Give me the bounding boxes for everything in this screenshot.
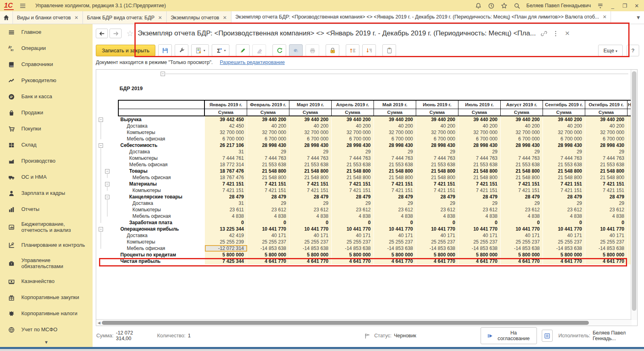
value-cell[interactable]: 10 441 770 [543, 226, 585, 232]
value-cell[interactable]: 29 [416, 149, 458, 155]
home-tab-button[interactable] [0, 11, 13, 24]
value-cell[interactable]: 4 838 [205, 213, 247, 219]
value-cell[interactable]: 40 171 [289, 232, 332, 239]
value-cell[interactable]: 32 700 000 [205, 129, 247, 136]
value-cell[interactable]: 21 548 800 [543, 174, 585, 181]
value-cell[interactable]: 40 171 [458, 232, 501, 239]
value-cell[interactable]: 28 479 [205, 194, 247, 200]
value-cell[interactable]: 10 441 770 [332, 226, 374, 232]
value-cell[interactable]: 32 700 000 [458, 129, 501, 136]
table-row[interactable]: Товары18 767 47621 548 80021 548 80021 5… [118, 168, 632, 174]
value-cell[interactable]: 21 548 800 [501, 174, 543, 181]
table-row[interactable]: Канцелярские товары28 47928 47928 47928 … [118, 194, 632, 200]
value-cell[interactable]: 29 [289, 149, 332, 155]
value-cell[interactable]: 5 800 000 [416, 252, 458, 258]
value-cell[interactable]: 28 998 430 [289, 142, 332, 149]
value-cell[interactable]: 0 [458, 219, 501, 226]
value-cell[interactable]: 0 [205, 219, 247, 226]
value-cell[interactable]: 0 [332, 219, 374, 226]
sidebar-item-производство[interactable]: Производство [0, 153, 93, 169]
value-cell[interactable]: 0 [501, 219, 543, 226]
value-cell[interactable]: 10 441 770 [585, 226, 627, 232]
favorite-star-icon[interactable]: ☆ [126, 29, 134, 38]
value-cell[interactable]: 21 553 638 [458, 161, 501, 168]
edit-button[interactable] [236, 44, 250, 56]
value-cell[interactable]: 40 171 [416, 232, 458, 239]
print-button[interactable] [305, 44, 319, 56]
sidebar-item-покупки[interactable]: Покупки [0, 121, 93, 137]
table-row[interactable]: Чистая прибыль7 425 3444 641 7704 641 77… [118, 258, 632, 264]
column-header-month[interactable]: Март 2019 г. [289, 100, 332, 109]
value-cell[interactable]: 28 479 [332, 194, 374, 200]
window-restore-button[interactable]: ❐ [621, 3, 628, 9]
value-cell[interactable]: -14 853 638 [374, 245, 416, 252]
sidebar-item-зарплата-и-кадры[interactable]: Зарплата и кадры [0, 185, 93, 201]
value-cell[interactable]: 7 444 761 [205, 155, 247, 161]
value-cell[interactable]: 21 548 800 [374, 174, 416, 181]
column-header-month[interactable]: Февраль 2019 г. [247, 100, 289, 109]
table-row[interactable]: Доставка42 41940 17140 17140 17140 17140… [118, 232, 632, 239]
value-cell[interactable]: 7 421 151 [247, 181, 289, 187]
value-cell[interactable]: 40 171 [374, 232, 416, 239]
value-cell[interactable]: 21 548 800 [247, 174, 289, 181]
value-cell[interactable]: 32 700 000 [332, 129, 374, 136]
value-cell[interactable]: 7 421 151 [332, 187, 374, 194]
value-cell[interactable]: 21 548 800 [416, 174, 458, 181]
value-cell[interactable]: 5 800 000 [543, 252, 585, 258]
value-cell[interactable]: 28 479 [374, 194, 416, 200]
value-cell[interactable]: 40 200 [247, 123, 289, 129]
value-cell[interactable]: 28 998 430 [543, 142, 585, 149]
value-cell[interactable]: 5 800 000 [205, 252, 247, 258]
value-cell[interactable]: -14 853 638 [289, 245, 332, 252]
value-cell[interactable]: 6 700 000 [289, 136, 332, 142]
value-cell[interactable]: 23 611 [205, 206, 247, 213]
sidebar-item-бюджетирование-отчетность-и-анализ[interactable]: Бюджетирование, отчетность и анализ [0, 217, 93, 237]
value-cell[interactable]: 7 421 151 [501, 187, 543, 194]
value-cell[interactable]: 7 444 763 [289, 155, 332, 161]
value-cell[interactable]: 0 [374, 219, 416, 226]
value-cell[interactable]: 21 548 800 [247, 168, 289, 174]
tab-close-icon[interactable]: ✕ [603, 14, 607, 20]
value-cell[interactable]: 6 700 000 [247, 136, 289, 142]
table-row[interactable]: Мебель офисная18 767 47621 548 80021 548… [118, 174, 632, 181]
value-cell[interactable]: 4 838 [374, 213, 416, 219]
tab-1[interactable]: Виды и бланки отчетов✕ [13, 11, 83, 24]
value-cell[interactable]: 6 700 000 [416, 136, 458, 142]
value-cell[interactable]: 21 553 638 [585, 161, 627, 168]
sidebar-item-ос-и-нма[interactable]: ОС и НМА [0, 169, 93, 185]
row-group-expander[interactable]: − [105, 169, 109, 173]
value-cell[interactable]: 39 440 200 [458, 116, 501, 123]
value-cell[interactable]: 6 700 000 [458, 136, 501, 142]
column-header-month[interactable]: Январь 2019 г. [205, 100, 247, 109]
value-cell[interactable]: 39 440 200 [332, 116, 374, 123]
report-grid[interactable]: Январь 2019 г.Февраль 2019 г.Март 2019 г… [118, 100, 632, 264]
value-cell[interactable]: 7 421 151 [205, 181, 247, 187]
get-link-icon[interactable] [541, 30, 547, 37]
value-cell[interactable]: 4 641 770 [458, 258, 501, 264]
sidebar-item-продажи[interactable]: Продажи [0, 105, 93, 121]
value-cell[interactable]: 7 421 151 [501, 181, 543, 187]
value-cell[interactable]: 25 255 237 [501, 239, 543, 245]
value-cell[interactable]: 5 800 000 [247, 252, 289, 258]
value-cell[interactable]: 0 [543, 219, 585, 226]
value-cell[interactable]: 32 700 000 [289, 129, 332, 136]
value-cell[interactable]: 40 171 [501, 232, 543, 239]
vertical-scrollbar-thumb[interactable] [632, 71, 636, 311]
value-cell[interactable]: 39 440 200 [543, 116, 585, 123]
value-cell[interactable]: 32 700 000 [247, 129, 289, 136]
value-cell[interactable]: 31 [205, 149, 247, 155]
value-cell[interactable]: 29 [332, 200, 374, 206]
column-header-month[interactable]: Июнь 2019 г. [416, 100, 458, 109]
table-row[interactable]: Заработная плата0000000000 [118, 219, 632, 226]
table-row[interactable]: Компьютеры25 255 23925 255 23725 255 237… [118, 239, 632, 245]
value-cell[interactable]: 28 479 [458, 194, 501, 200]
table-row[interactable]: Мебель офисная-12 072 314-14 853 638-14 … [118, 245, 632, 252]
value-cell[interactable]: 40 171 [247, 232, 289, 239]
table-row[interactable]: Мебель офисная18 772 31421 553 63821 553… [118, 161, 632, 168]
value-cell[interactable]: 7 425 344 [205, 258, 247, 264]
sidebar-item-руководителю[interactable]: Руководителю [0, 72, 93, 89]
value-cell[interactable]: 28 998 430 [458, 142, 501, 149]
value-cell[interactable]: 4 838 [501, 213, 543, 219]
value-cell[interactable]: 4 838 [585, 213, 627, 219]
value-cell[interactable]: 28 479 [416, 194, 458, 200]
